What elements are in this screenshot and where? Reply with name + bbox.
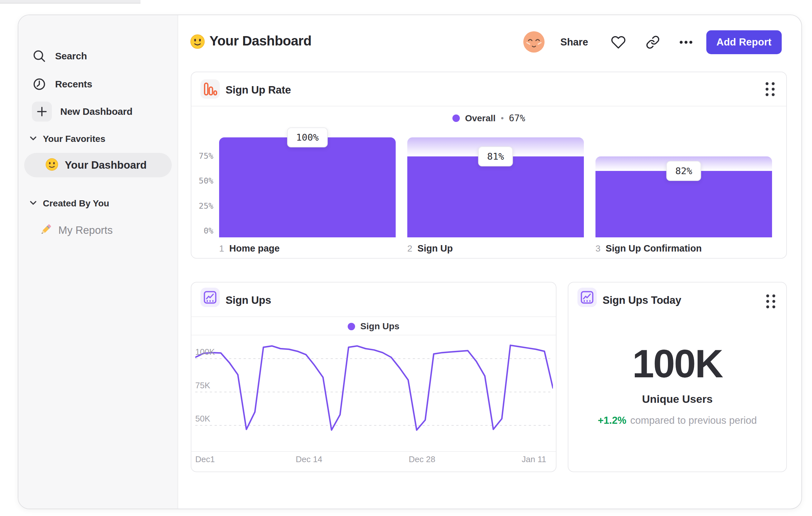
funnel-step-label: 2Sign Up [407,243,453,254]
sidebar-item-label: My Reports [58,224,113,236]
sidebar-section-your-favorites[interactable]: Your Favorites [29,134,105,144]
plus-icon [32,102,52,121]
sidebar-item-label: New Dashboard [60,106,133,117]
funnel-bar[interactable] [219,137,396,237]
stat-value: 100K [569,341,786,386]
conversion-badge: 81% [478,146,513,166]
conversion-badge: 82% [666,161,701,181]
drag-handle-icon[interactable] [764,294,778,309]
card-header: Sign Ups Today [569,282,786,316]
chevron-down-icon [29,136,37,142]
sidebar-item-label: Search [55,51,87,62]
line-chart-icon [200,288,220,307]
funnel-plot: 75%50%25%0%100%1Home page81%2Sign Up82%3… [192,72,786,258]
sidebar-item-recents[interactable]: Recents [32,77,92,91]
screen: Search Recents New Dashboard Your Favori… [0,0,812,516]
sidebar: Search Recents New Dashboard Your Favori… [18,15,178,509]
clock-icon [32,77,47,91]
stat-delta: +1.2% [598,415,627,426]
conversion-badge: 100% [287,127,328,147]
sidebar-item-label: Recents [55,79,92,90]
x-axis-tick: Dec 14 [296,454,322,464]
y-axis-tick: 50K [195,414,210,424]
card-sign-up-rate: Sign Up Rate Overall • 67% 75%50%25%0%10… [191,72,787,259]
y-axis-tick: 25% [192,201,213,211]
header-divider [192,316,556,317]
line-plot: 100K75K50K [195,338,553,451]
stat-unit-label: Unique Users [569,393,786,405]
line-chart-icon [577,288,597,307]
funnel-step-label: 1Home page [219,243,280,254]
y-axis-tick: 50% [192,176,213,186]
x-axis-divider [192,451,556,452]
stat-delta-caption: compared to previous period [630,415,757,426]
sidebar-item-my-reports[interactable]: My Reports [39,223,113,238]
browser-edge-artifact [0,0,141,4]
sidebar-item-new-dashboard[interactable]: New Dashboard [32,102,133,121]
more-options-icon[interactable] [678,34,694,50]
card-sign-ups: Sign Ups Sign Ups 100K75K50K Dec1Dec 14D… [191,282,556,472]
copy-link-icon[interactable] [645,34,661,50]
stat-delta-row: +1.2%compared to previous period [569,415,786,426]
line-legend[interactable]: Sign Ups [192,321,556,331]
funnel-bar[interactable] [407,156,584,237]
legend-dot [348,323,355,330]
y-axis-tick: 75K [195,381,210,390]
x-axis-tick: Dec1 [195,454,215,464]
funnel-step-label: 3Sign Up Confirmation [596,243,702,254]
sidebar-item-label: Your Dashboard [65,159,147,171]
y-axis-tick: 100K [195,347,215,357]
x-axis: Dec1Dec 14Dec 28Jan 11 [195,454,553,469]
card-title: Sign Ups Today [603,294,681,306]
y-axis-tick: 0% [192,226,213,236]
share-button[interactable]: Share [560,36,588,48]
app-window: Search Recents New Dashboard Your Favori… [18,15,802,509]
section-title: Created By You [43,198,109,209]
smiley-emoji [46,158,58,172]
favorite-heart-icon[interactable] [611,34,626,50]
legend-divider [192,335,556,335]
legend-series-name: Sign Ups [360,321,399,331]
pencil-emoji [39,223,53,238]
page-title: Your Dashboard [209,33,312,49]
line-series-path [195,345,553,430]
card-sign-ups-today: Sign Ups Today 100K Unique Users +1.2%co… [568,282,787,472]
section-title: Your Favorites [43,134,105,144]
sidebar-item-search[interactable]: Search [32,49,87,63]
y-axis-tick: 75% [192,151,213,161]
smiley-emoji [190,34,205,50]
x-axis-tick: Jan 11 [522,454,546,464]
x-axis-tick: Dec 28 [409,454,435,464]
line-chart-svg [195,338,553,451]
card-header: Sign Ups [192,282,556,316]
search-icon [32,49,47,63]
add-report-button[interactable]: Add Report [706,30,782,54]
chevron-down-icon [29,200,37,207]
avatar[interactable] [523,31,545,53]
card-title: Sign Ups [226,294,271,306]
sidebar-section-created-by-you[interactable]: Created By You [29,198,109,209]
sidebar-item-your-dashboard[interactable]: Your Dashboard [24,153,172,178]
